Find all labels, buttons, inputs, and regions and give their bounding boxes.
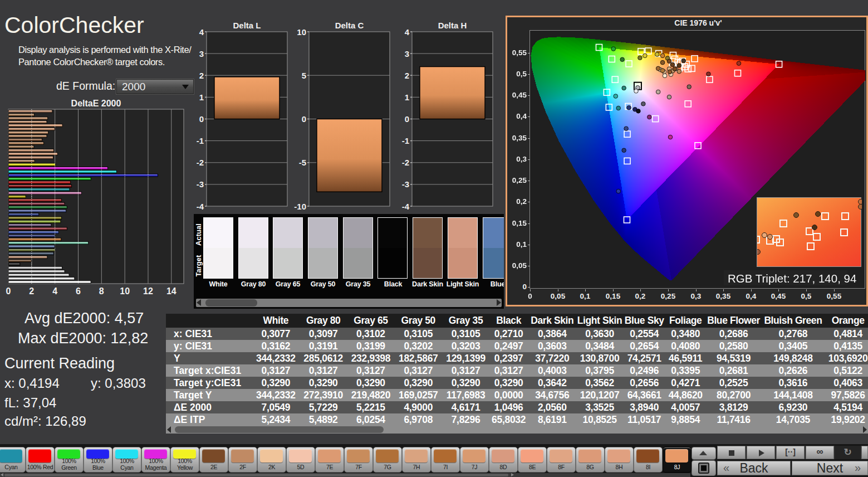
svg-text:-3: -3 — [402, 179, 409, 189]
svg-text:4: 4 — [405, 27, 410, 37]
svg-text:0: 0 — [405, 114, 409, 124]
svg-text:12: 12 — [143, 286, 153, 296]
svg-text:3: 3 — [199, 49, 204, 59]
svg-text:2: 2 — [199, 71, 204, 80]
svg-text:4: 4 — [52, 286, 57, 296]
svg-text:-2: -2 — [197, 158, 204, 167]
svg-text:-1: -1 — [402, 136, 409, 145]
svg-text:-3: -3 — [197, 179, 204, 189]
svg-text:10: 10 — [120, 286, 130, 296]
svg-text:-2: -2 — [402, 158, 409, 167]
svg-text:0: 0 — [199, 114, 204, 124]
svg-text:-4: -4 — [402, 202, 410, 211]
svg-text:4: 4 — [199, 27, 204, 37]
svg-text:-5: -5 — [299, 158, 306, 167]
svg-text:-4: -4 — [197, 202, 204, 211]
svg-text:-10: -10 — [294, 202, 306, 211]
svg-text:8: 8 — [99, 286, 104, 296]
svg-text:0: 0 — [6, 286, 11, 296]
svg-text:0: 0 — [302, 114, 306, 124]
svg-text:Delta L: Delta L — [233, 21, 261, 30]
svg-text:Delta H: Delta H — [438, 21, 467, 30]
svg-text:14: 14 — [166, 286, 176, 296]
svg-text:1: 1 — [405, 93, 409, 102]
svg-text:3: 3 — [405, 49, 409, 59]
svg-text:-1: -1 — [197, 136, 204, 145]
svg-text:2: 2 — [405, 71, 409, 80]
svg-text:1: 1 — [199, 93, 204, 102]
svg-text:5: 5 — [302, 71, 306, 80]
svg-text:6: 6 — [76, 286, 81, 296]
svg-text:Delta C: Delta C — [335, 21, 364, 30]
svg-text:2: 2 — [29, 286, 34, 296]
svg-text:10: 10 — [297, 27, 306, 37]
